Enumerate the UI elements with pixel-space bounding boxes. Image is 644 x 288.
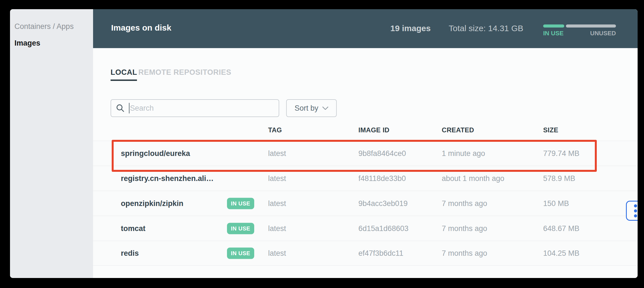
sort-by-label: Sort by	[294, 104, 318, 113]
column-header-tag: TAG	[268, 126, 282, 134]
in-use-badge: IN USE	[227, 248, 254, 259]
in-use-bar-segment	[543, 24, 564, 28]
chevron-down-icon	[322, 106, 328, 110]
column-header-created: CREATED	[442, 126, 474, 134]
image-name: registry.cn-shenzhen.ali…	[121, 174, 214, 183]
disk-usage-legend: IN USE UNUSED	[543, 24, 616, 37]
in-use-label: IN USE	[543, 30, 563, 37]
search-box[interactable]	[111, 99, 279, 117]
image-name: redis	[121, 249, 139, 258]
in-use-badge: IN USE	[227, 198, 254, 209]
image-tag: latest	[268, 174, 286, 183]
table-row[interactable]: registry.cn-shenzhen.ali… latest f48118d…	[93, 166, 638, 191]
image-name: tomcat	[121, 224, 146, 233]
image-tag: latest	[268, 199, 286, 208]
main-content: LOCAL REMOTE REPOSITORIES Sort by TAG IM…	[93, 48, 638, 278]
header-bar: Images on disk 19 images Total size: 14.…	[93, 9, 638, 48]
image-size: 578.9 MB	[543, 174, 575, 183]
image-tag: latest	[268, 149, 286, 158]
sidebar-item-images[interactable]: Images	[10, 35, 93, 51]
image-created: 7 months ago	[442, 199, 487, 208]
in-use-badge: IN USE	[227, 223, 254, 234]
image-size: 648.67 MB	[543, 224, 580, 233]
disk-usage-bar	[543, 24, 616, 28]
table-header-row: TAG IMAGE ID CREATED SIZE	[93, 122, 638, 141]
sort-by-button[interactable]: Sort by	[286, 99, 337, 117]
table-row[interactable]: springcloud/eureka latest 9b8fa8464ce0 1…	[93, 141, 638, 166]
kebab-menu-icon	[634, 214, 637, 217]
total-size: Total size: 14.31 GB	[449, 24, 523, 33]
page-title: Images on disk	[111, 23, 171, 33]
table-row[interactable]: tomcat IN USE latest 6d15a1d68603 7 mont…	[93, 216, 638, 241]
image-name: springcloud/eureka	[121, 149, 190, 158]
image-id: 9b8fa8464ce0	[358, 149, 406, 158]
unused-bar-segment	[566, 24, 616, 28]
kebab-menu-icon	[634, 209, 637, 212]
sidebar: Containers / Apps Images	[10, 9, 93, 278]
table-row[interactable]: openzipkin/zipkin IN USE latest 9b4acc3e…	[93, 191, 638, 216]
image-created: about 1 month ago	[442, 174, 504, 183]
app-window: Containers / Apps Images Images on disk …	[10, 9, 638, 278]
image-tag: latest	[268, 249, 286, 258]
row-actions-menu-button[interactable]	[626, 201, 638, 221]
sidebar-item-containers-apps[interactable]: Containers / Apps	[10, 18, 93, 35]
unused-label: UNUSED	[590, 30, 616, 37]
image-count: 19 images	[390, 24, 431, 33]
image-name: openzipkin/zipkin	[121, 199, 183, 208]
tab-local[interactable]: LOCAL	[111, 68, 137, 81]
image-size: 104.25 MB	[543, 249, 580, 258]
table-row[interactable]: redis IN USE latest ef47f3b6dc11 7 month…	[93, 241, 638, 266]
image-size: 150 MB	[543, 199, 569, 208]
image-created: 7 months ago	[442, 249, 487, 258]
image-table: springcloud/eureka latest 9b8fa8464ce0 1…	[93, 141, 638, 266]
image-id: 6d15a1d68603	[358, 224, 408, 233]
search-input[interactable]	[130, 104, 274, 113]
image-id: 9b4acc3eb019	[358, 199, 408, 208]
image-size: 779.74 MB	[543, 149, 580, 158]
column-header-image-id: IMAGE ID	[358, 126, 390, 134]
image-created: 7 months ago	[442, 224, 487, 233]
column-header-size: SIZE	[543, 126, 558, 134]
image-tag: latest	[268, 224, 286, 233]
image-id: ef47f3b6dc11	[358, 249, 403, 258]
tab-remote-repositories[interactable]: REMOTE REPOSITORIES	[138, 68, 231, 77]
kebab-menu-icon	[634, 204, 637, 207]
image-id: f48118de33b0	[358, 174, 406, 183]
text-cursor	[129, 103, 129, 113]
search-icon	[116, 103, 125, 113]
image-created: 1 minute ago	[442, 149, 485, 158]
